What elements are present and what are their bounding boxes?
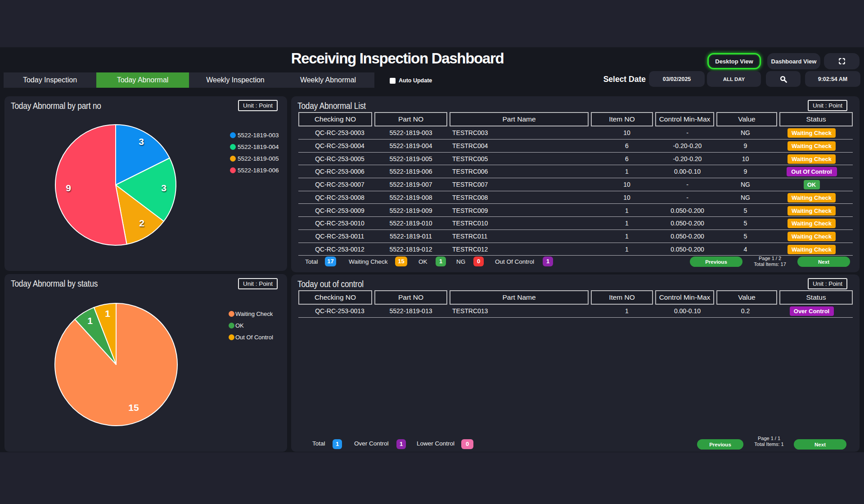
svg-text:9: 9 (66, 183, 71, 193)
svg-text:1: 1 (87, 315, 93, 326)
svg-text:15: 15 (128, 402, 139, 413)
svg-text:2: 2 (139, 218, 144, 228)
svg-text:3: 3 (161, 183, 166, 193)
svg-text:1: 1 (105, 308, 110, 319)
svg-text:3: 3 (139, 136, 144, 147)
